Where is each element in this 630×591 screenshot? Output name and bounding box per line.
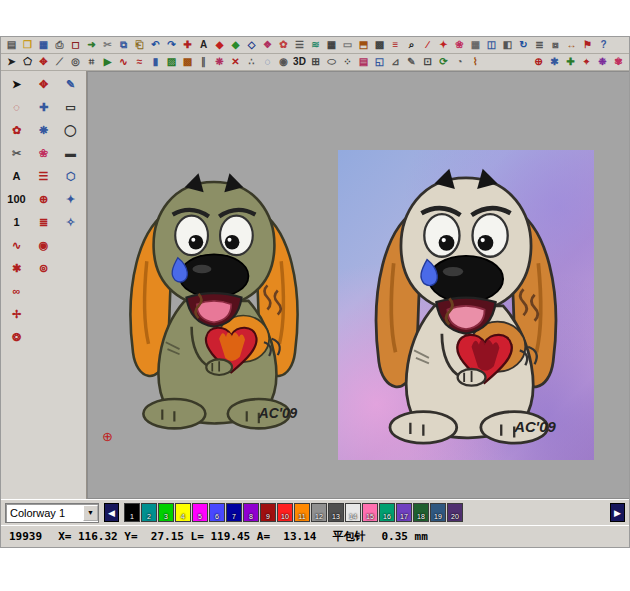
column-icon[interactable]: ∥ bbox=[196, 55, 211, 70]
mesh-icon[interactable]: ▦ bbox=[468, 38, 483, 53]
palette-chip[interactable]: 8 bbox=[243, 503, 259, 522]
reshape-tool[interactable]: ✥ bbox=[31, 75, 56, 94]
print-icon[interactable]: ⎙ bbox=[52, 38, 67, 53]
measure-icon[interactable]: ⟋ bbox=[52, 55, 67, 70]
pattern-icon[interactable]: ▩ bbox=[372, 38, 387, 53]
run-stitch-tool[interactable]: ∿ bbox=[4, 236, 29, 255]
hex-tool[interactable]: ⬡ bbox=[58, 167, 83, 186]
lettering-icon[interactable]: A bbox=[196, 38, 211, 53]
show-hoop-icon[interactable]: ⬭ bbox=[324, 55, 339, 70]
write-to-machine-icon[interactable]: ➜ bbox=[84, 38, 99, 53]
reshape-icon[interactable]: ✥ bbox=[36, 55, 51, 70]
hoop-icon[interactable]: ◻ bbox=[68, 38, 83, 53]
palette-chip[interactable]: 10 bbox=[277, 503, 293, 522]
dot-tool[interactable]: ◉ bbox=[31, 236, 56, 255]
cross-icon[interactable]: ✕ bbox=[228, 55, 243, 70]
complex-fill-icon[interactable]: ▩ bbox=[180, 55, 195, 70]
thread-chart-icon[interactable]: ☰ bbox=[292, 38, 307, 53]
stitch-player-icon[interactable]: ▶ bbox=[100, 55, 115, 70]
redo-icon[interactable]: ↷ bbox=[164, 38, 179, 53]
rows-tool[interactable]: ≣ bbox=[31, 213, 56, 232]
show-grid-icon[interactable]: ⊞ bbox=[308, 55, 323, 70]
chain-tool[interactable]: ∞ bbox=[4, 282, 29, 301]
scissors-tool[interactable]: ✂ bbox=[4, 144, 29, 163]
fill-green-icon[interactable]: ◆ bbox=[228, 38, 243, 53]
palette-chip[interactable]: 5 bbox=[192, 503, 208, 522]
thread-colors-icon[interactable]: ▤ bbox=[356, 55, 371, 70]
group-icon[interactable]: ⧈ bbox=[548, 38, 563, 53]
notes-icon[interactable]: ✎ bbox=[404, 55, 419, 70]
lasso-tool[interactable]: ◌ bbox=[4, 98, 29, 117]
new-design-icon[interactable]: ▤ bbox=[4, 38, 19, 53]
applique-icon[interactable]: ❖ bbox=[260, 38, 275, 53]
center-icon[interactable]: ⊕ bbox=[531, 55, 546, 70]
background-icon[interactable]: ◱ bbox=[372, 55, 387, 70]
palette-chip[interactable]: 12 bbox=[311, 503, 327, 522]
palette-chip[interactable]: 20 bbox=[447, 503, 463, 522]
mirror-icon[interactable]: ◧ bbox=[500, 38, 515, 53]
design-canvas[interactable]: ⊕ bbox=[87, 71, 629, 499]
scale-100-tool[interactable]: 100 bbox=[4, 190, 29, 209]
single-stitch-tool[interactable]: 1 bbox=[4, 213, 29, 232]
fill-red-icon[interactable]: ◆ bbox=[212, 38, 227, 53]
rect-tool[interactable]: ▭ bbox=[58, 98, 83, 117]
cut-icon[interactable]: ✂ bbox=[100, 38, 115, 53]
grid-icon[interactable]: ▦ bbox=[324, 38, 339, 53]
run-stitch-icon[interactable]: ∿ bbox=[116, 55, 131, 70]
spacing-icon[interactable]: ↔ bbox=[564, 38, 579, 53]
rotate-icon[interactable]: ↻ bbox=[516, 38, 531, 53]
show-stitches-icon[interactable]: ⁘ bbox=[340, 55, 355, 70]
blossom-tool[interactable]: ❀ bbox=[31, 144, 56, 163]
select-tool[interactable]: ➤ bbox=[4, 75, 29, 94]
flower-icon[interactable]: ❀ bbox=[452, 38, 467, 53]
save-design-icon[interactable]: ▦ bbox=[36, 38, 51, 53]
overview-icon[interactable]: ⊡ bbox=[420, 55, 435, 70]
node-edit-tool[interactable]: ✚ bbox=[31, 98, 56, 117]
align-icon[interactable]: ≣ bbox=[532, 38, 547, 53]
copy-icon[interactable]: ⧉ bbox=[116, 38, 131, 53]
density-icon[interactable]: ≋ bbox=[308, 38, 323, 53]
palette-chip[interactable]: 7 bbox=[226, 503, 242, 522]
flag-icon[interactable]: ⚑ bbox=[580, 38, 595, 53]
color-wheel-icon[interactable]: ✿ bbox=[276, 38, 291, 53]
ring-tool[interactable]: ⊚ bbox=[31, 259, 56, 278]
sparkle-tool[interactable]: ✧ bbox=[58, 213, 83, 232]
stipple-icon[interactable]: ∴ bbox=[244, 55, 259, 70]
colorway-dropdown-arrow-icon[interactable]: ▼ bbox=[83, 505, 98, 521]
open-design-icon[interactable]: ❐ bbox=[20, 38, 35, 53]
palette-chip[interactable]: 15 bbox=[362, 503, 378, 522]
polygon-select-icon[interactable]: ⬠ bbox=[20, 55, 35, 70]
contour-icon[interactable]: ◌ bbox=[260, 55, 275, 70]
outline-icon[interactable]: ◇ bbox=[244, 38, 259, 53]
star-icon[interactable]: ✦ bbox=[436, 38, 451, 53]
target-tool[interactable]: ⊕ bbox=[31, 190, 56, 209]
undo-icon[interactable]: ↶ bbox=[148, 38, 163, 53]
rosette-icon[interactable]: ✾ bbox=[611, 55, 626, 70]
paste-icon[interactable]: ⎗ bbox=[132, 38, 147, 53]
star-tool[interactable]: ✦ bbox=[58, 190, 83, 209]
reference-artwork[interactable] bbox=[338, 150, 594, 460]
palette-chip[interactable]: 13 bbox=[328, 503, 344, 522]
burst-tool[interactable]: ✱ bbox=[4, 259, 29, 278]
palette-chip[interactable]: 19 bbox=[430, 503, 446, 522]
palette-chip[interactable]: 17 bbox=[396, 503, 412, 522]
overlap-icon[interactable]: ⬒ bbox=[356, 38, 371, 53]
asterisk-icon[interactable]: ✱ bbox=[547, 55, 562, 70]
triple-run-icon[interactable]: ≈ bbox=[132, 55, 147, 70]
slash-icon[interactable]: ∕ bbox=[420, 38, 435, 53]
palette-chip[interactable]: 9 bbox=[260, 503, 276, 522]
palette-chip[interactable]: 3 bbox=[158, 503, 174, 522]
cross-stitch-tool[interactable]: ✢ bbox=[4, 305, 29, 324]
layout-icon[interactable]: ◫ bbox=[484, 38, 499, 53]
target-icon[interactable]: ⌖ bbox=[579, 55, 594, 70]
snowflake-tool[interactable]: ❋ bbox=[31, 121, 56, 140]
ruler-icon[interactable]: ▭ bbox=[340, 38, 355, 53]
refresh-icon[interactable]: ⟳ bbox=[436, 55, 451, 70]
palette-chip[interactable]: 16 bbox=[379, 503, 395, 522]
palette-chip[interactable]: 6 bbox=[209, 503, 225, 522]
lettering-tool[interactable]: A bbox=[4, 167, 29, 186]
tatami-fill-icon[interactable]: ▨ bbox=[164, 55, 179, 70]
palette-chip[interactable]: 4 bbox=[175, 503, 191, 522]
colorway-select[interactable]: Colorway 1 ▼ bbox=[5, 503, 99, 523]
palette-scroll-right-button[interactable]: ▶ bbox=[610, 503, 625, 522]
